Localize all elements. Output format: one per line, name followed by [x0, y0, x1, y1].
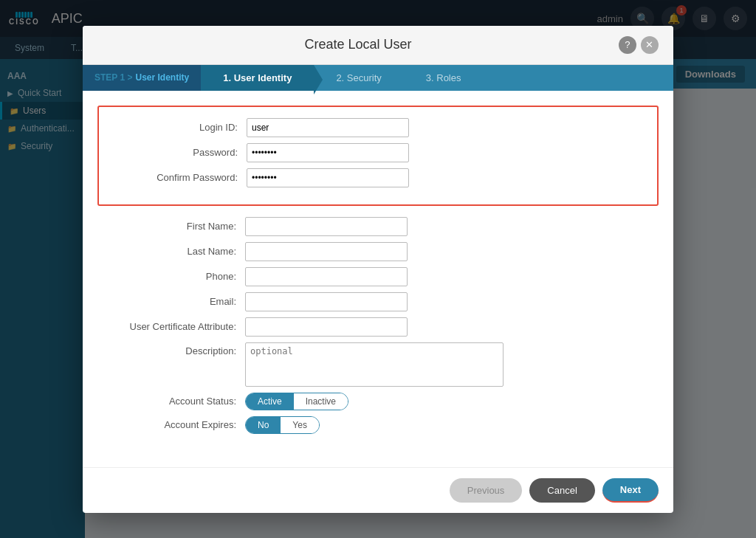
password-label: Password: [114, 147, 247, 158]
tab-arrow [314, 65, 323, 94]
next-button[interactable]: Next [602, 478, 659, 503]
login-id-row: Login ID: [114, 118, 642, 137]
account-status-label: Account Status: [97, 396, 245, 407]
step-arrow: STEP 1 > [94, 72, 132, 83]
user-cert-row: User Certificate Attribute: [97, 317, 659, 337]
account-status-inactive-btn[interactable]: Inactive [294, 393, 348, 410]
description-textarea[interactable] [245, 342, 504, 387]
modal-help-button[interactable]: ? [619, 36, 636, 54]
confirm-password-input[interactable] [247, 168, 409, 187]
account-expires-row: Account Expires: No Yes [97, 416, 659, 434]
step-tabs: 1. User Identity 2. Security 3. Roles [201, 65, 673, 91]
previous-button[interactable]: Previous [450, 478, 523, 503]
last-name-label: Last Name: [97, 246, 245, 257]
email-input[interactable] [245, 292, 408, 311]
account-expires-toggle: No Yes [245, 416, 320, 434]
confirm-password-row: Confirm Password: [114, 168, 642, 187]
modal-body: Login ID: Password: Confirm Password: Fi… [83, 91, 673, 467]
tab-user-identity[interactable]: 1. User Identity [201, 65, 314, 91]
modal-close-button[interactable]: ✕ [641, 36, 659, 54]
account-status-active-btn[interactable]: Active [246, 393, 294, 410]
create-user-modal: Create Local User ? ✕ STEP 1 > User Iden… [83, 26, 673, 513]
user-cert-input[interactable] [245, 317, 408, 337]
modal-header-icons: ? ✕ [619, 36, 659, 54]
first-name-row: First Name: [97, 217, 659, 236]
account-expires-yes-btn[interactable]: Yes [281, 417, 319, 433]
account-expires-no-btn[interactable]: No [246, 417, 281, 433]
account-status-toggle: Active Inactive [245, 393, 348, 410]
last-name-row: Last Name: [97, 242, 659, 261]
password-input[interactable] [247, 143, 409, 162]
last-name-input[interactable] [245, 242, 408, 261]
modal-title: Create Local User [304, 37, 411, 52]
email-label: Email: [97, 296, 245, 307]
email-row: Email: [97, 292, 659, 311]
account-status-row: Account Status: Active Inactive [97, 393, 659, 410]
step-label: STEP 1 > User Identity [83, 65, 201, 91]
tab-security[interactable]: 2. Security [314, 65, 403, 91]
modal-header: Create Local User ? ✕ [83, 26, 673, 65]
modal-overlay: Create Local User ? ✕ STEP 1 > User Iden… [0, 0, 756, 538]
step-bar: STEP 1 > User Identity 1. User Identity … [83, 65, 673, 91]
account-expires-label: Account Expires: [97, 419, 245, 430]
login-id-label: Login ID: [114, 122, 247, 133]
user-cert-label: User Certificate Attribute: [97, 321, 245, 332]
phone-row: Phone: [97, 267, 659, 286]
description-row: Description: [97, 342, 659, 387]
description-label: Description: [97, 342, 245, 356]
first-name-input[interactable] [245, 217, 408, 236]
tab-roles[interactable]: 3. Roles [404, 65, 484, 91]
required-fields-section: Login ID: Password: Confirm Password: [97, 106, 659, 206]
first-name-label: First Name: [97, 221, 245, 232]
step-title: User Identity [135, 72, 189, 83]
phone-label: Phone: [97, 271, 245, 282]
phone-input[interactable] [245, 267, 408, 286]
optional-fields-section: First Name: Last Name: Phone: Email: Use… [97, 217, 659, 440]
confirm-password-label: Confirm Password: [114, 172, 247, 183]
cancel-button[interactable]: Cancel [529, 478, 594, 503]
password-row: Password: [114, 143, 642, 162]
modal-footer: Previous Cancel Next [83, 467, 673, 513]
login-id-input[interactable] [247, 118, 409, 137]
